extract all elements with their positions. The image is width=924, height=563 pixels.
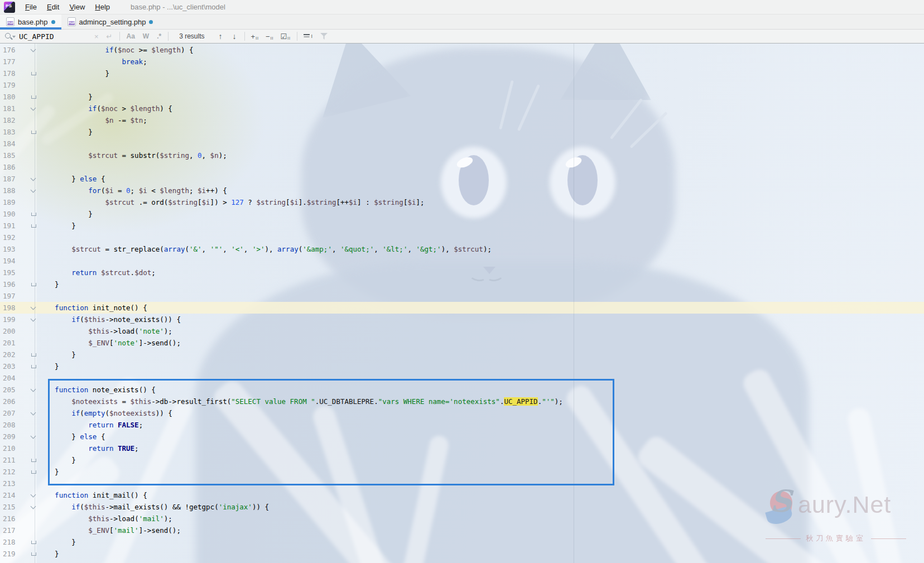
code-line-186[interactable] (37, 161, 924, 173)
modified-dot-icon (51, 20, 55, 24)
filter-lines-icon[interactable]: I (304, 33, 312, 40)
menu-item-view[interactable]: View (64, 3, 90, 11)
code-line-190[interactable]: } (37, 208, 924, 220)
code-line-180[interactable]: } (37, 91, 924, 103)
fold-end-icon[interactable] (31, 540, 36, 545)
code-line-192[interactable] (37, 232, 924, 243)
code-line-178[interactable]: } (37, 68, 924, 79)
fold-collapse-icon[interactable] (31, 305, 36, 311)
php-file-icon (6, 17, 15, 26)
code-line-194[interactable] (37, 255, 924, 267)
code-line-200[interactable]: $this->load('note'); (37, 325, 924, 337)
fold-end-icon[interactable] (31, 364, 36, 369)
gutter-line-208: 208 (0, 419, 37, 431)
fold-end-icon[interactable] (31, 551, 36, 557)
code-line-203[interactable]: } (37, 360, 924, 372)
code-line-198[interactable]: function init_note() { (37, 302, 924, 314)
code-line-181[interactable]: if($noc > $length) { (37, 103, 924, 114)
fold-collapse-icon[interactable] (31, 387, 36, 393)
code-line-202[interactable]: } (37, 349, 924, 360)
line-number: 186 (3, 163, 16, 171)
fold-end-icon[interactable] (31, 282, 36, 287)
code-line-188[interactable]: for($i = 0; $i < $length; $i++) { (37, 185, 924, 196)
fold-end-icon[interactable] (31, 94, 36, 100)
divider (244, 32, 245, 41)
tab-base-php[interactable]: base.php (0, 15, 61, 29)
line-number: 214 (3, 491, 16, 499)
code-line-183[interactable]: } (37, 126, 924, 138)
code-line-182[interactable]: $n -= $tn; (37, 114, 924, 126)
tab-admincp_setting-php[interactable]: admincp_setting.php (61, 15, 160, 29)
find-bar: × ↵ Aa W .* 3 results ↑ ↓ +II −II ☑II I (0, 30, 924, 44)
whole-words-toggle[interactable]: W (139, 32, 153, 40)
code-line-214[interactable]: function init_mail() { (37, 489, 924, 501)
line-number: 205 (3, 386, 16, 394)
fold-collapse-icon[interactable] (31, 176, 36, 182)
line-number: 191 (3, 222, 16, 230)
code-line-177[interactable]: break; (37, 56, 924, 68)
code-line-185[interactable]: $strcut = substr($string, 0, $n); (37, 150, 924, 161)
regex-toggle[interactable]: .* (153, 32, 165, 40)
code-line-195[interactable]: return $strcut.$dot; (37, 267, 924, 278)
fold-end-icon[interactable] (31, 352, 36, 358)
filter-funnel-icon[interactable] (320, 33, 328, 40)
newline-icon[interactable]: ↵ (103, 32, 117, 41)
add-occurrence-button[interactable]: +II (248, 32, 262, 41)
code-line-193[interactable]: $strcut = str_replace(array('&', '"', '<… (37, 243, 924, 255)
code-line-189[interactable]: $strcut .= ord($string[$i]) > 127 ? $str… (37, 196, 924, 208)
code-line-218[interactable]: } (37, 536, 924, 548)
code-line-197[interactable] (37, 290, 924, 302)
select-all-occurrences-button[interactable]: ☑II (277, 32, 295, 41)
fold-end-icon[interactable] (31, 469, 36, 475)
search-input[interactable] (19, 32, 90, 41)
code-line-184[interactable] (37, 138, 924, 150)
menu-item-help[interactable]: Help (90, 3, 115, 11)
fold-collapse-icon[interactable] (31, 106, 36, 112)
gutter-line-180: 180 (0, 91, 37, 103)
remove-occurrence-button[interactable]: −II (262, 32, 277, 41)
menu-item-edit[interactable]: Edit (42, 3, 64, 11)
fold-end-icon[interactable] (31, 71, 36, 76)
menu-item-file[interactable]: File (20, 3, 42, 11)
code-line-216[interactable]: $this->load('mail'); (37, 513, 924, 524)
line-number: 181 (3, 104, 16, 113)
fold-end-icon[interactable] (31, 458, 36, 463)
fold-collapse-icon[interactable] (31, 493, 36, 498)
fold-collapse-icon[interactable] (31, 317, 36, 323)
fold-collapse-icon[interactable] (31, 188, 36, 194)
fold-end-icon[interactable] (31, 223, 36, 229)
fold-collapse-icon[interactable] (31, 504, 36, 510)
fold-collapse-icon[interactable] (31, 411, 36, 416)
code-line-187[interactable]: } else { (37, 173, 924, 185)
code-line-199[interactable]: if($this->note_exists()) { (37, 314, 924, 325)
plus-icon: + (251, 32, 256, 41)
search-icon[interactable] (4, 32, 16, 41)
fold-end-icon[interactable] (31, 211, 36, 217)
gutter-line-197: 197 (0, 290, 37, 302)
gutter-line-216: 216 (0, 513, 37, 524)
code-line-196[interactable]: } (37, 278, 924, 290)
clear-search-icon[interactable]: × (90, 32, 103, 41)
window-title: base.php - ...\uc_client\model (131, 3, 225, 11)
code-line-179[interactable] (37, 79, 924, 91)
code-line-176[interactable]: if($noc >= $length) { (37, 44, 924, 56)
line-number: 212 (3, 468, 16, 476)
search-history-chevron-icon[interactable] (12, 36, 16, 38)
code-line-191[interactable]: } (37, 220, 924, 232)
next-occurrence-button[interactable]: ↓ (228, 32, 242, 41)
line-number: 219 (3, 550, 16, 558)
fold-end-icon[interactable] (31, 129, 36, 135)
code-line-215[interactable]: if($this->mail_exists() && !getgpc('inaj… (37, 501, 924, 513)
fold-collapse-icon[interactable] (31, 434, 36, 440)
code-line-201[interactable]: $_ENV['note']->send(); (37, 337, 924, 349)
gutter-line-201: 201 (0, 337, 37, 349)
fold-collapse-icon[interactable] (31, 47, 36, 53)
minus-icon: − (266, 32, 270, 41)
line-number: 199 (3, 315, 16, 324)
match-case-toggle[interactable]: Aa (123, 32, 139, 40)
line-number: 196 (3, 280, 16, 288)
gutter-line-189: 189 (0, 196, 37, 208)
code-line-217[interactable]: $_ENV['mail']->send(); (37, 524, 924, 536)
code-line-219[interactable]: } (37, 548, 924, 560)
previous-occurrence-button[interactable]: ↑ (214, 32, 228, 41)
